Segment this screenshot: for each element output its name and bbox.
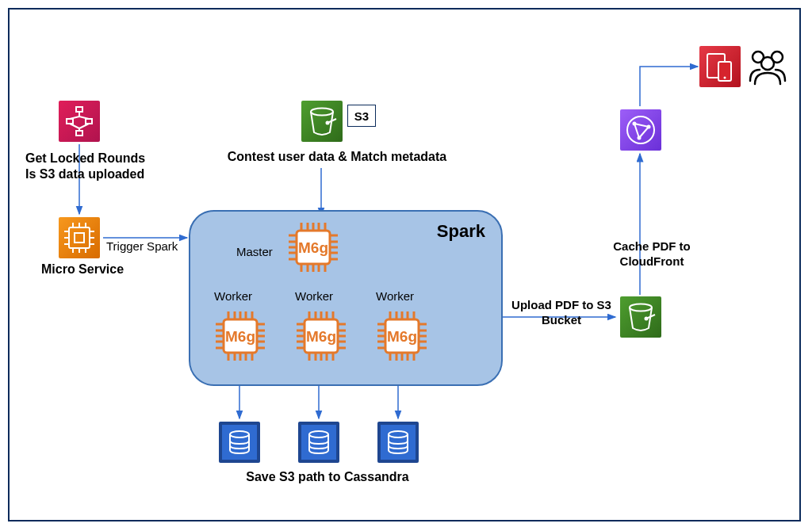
microservice-icon (59, 217, 100, 258)
master-chip-icon: M6g (285, 220, 341, 275)
worker-chip-1-icon: M6g (213, 308, 268, 364)
s3-caption: Contest user data & Match metadata (222, 149, 452, 165)
worker-label-3: Worker (376, 289, 414, 303)
svg-point-126 (627, 117, 654, 143)
worker-chip-2-icon: M6g (293, 308, 349, 364)
caption-line-1: Get Locked Rounds (25, 151, 145, 165)
s3-badge: S3 (347, 105, 376, 127)
client-devices-icon (699, 46, 741, 87)
svg-point-138 (761, 57, 774, 70)
cassandra-db-1-icon (219, 422, 260, 463)
worker-label-2: Worker (295, 289, 333, 303)
svg-line-14 (79, 117, 89, 119)
spark-container: Spark Master M6g Worker Worker Worker (189, 210, 503, 386)
diagram-frame: Get Locked Rounds Is S3 data uploaded Mi… (8, 8, 801, 521)
cassandra-caption: Save S3 path to Cassandra (236, 469, 419, 485)
caption-line-2: Is S3 data uploaded (25, 167, 144, 181)
svg-line-15 (70, 124, 79, 128)
worker-chip-3-icon: M6g (374, 308, 430, 364)
svg-line-130 (634, 124, 649, 127)
svg-line-132 (634, 124, 639, 138)
s3-source-icon (301, 101, 343, 142)
trigger-spark-label: Trigger Spark (106, 239, 178, 254)
master-label: Master (236, 245, 273, 258)
users-icon (745, 46, 790, 87)
stepfunctions-icon (59, 101, 100, 142)
cassandra-db-2-icon (298, 422, 339, 463)
svg-point-32 (311, 109, 333, 116)
svg-text:M6g: M6g (225, 328, 255, 345)
microservice-label: Micro Service (41, 262, 136, 277)
cassandra-db-3-icon (377, 422, 419, 463)
svg-text:M6g: M6g (387, 328, 417, 345)
stepfunctions-caption: Get Locked Rounds Is S3 data uploaded (25, 151, 164, 182)
svg-text:M6g: M6g (306, 328, 336, 345)
svg-text:M6g: M6g (298, 239, 328, 256)
svg-line-131 (639, 127, 649, 138)
upload-pdf-label: Upload PDF to S3 Bucket (495, 298, 628, 328)
spark-title: Spark (437, 221, 485, 242)
svg-point-135 (724, 77, 726, 79)
cloudfront-icon (620, 109, 661, 151)
svg-point-140 (309, 431, 328, 437)
svg-line-13 (70, 117, 79, 119)
svg-point-123 (630, 304, 652, 311)
svg-point-141 (389, 431, 408, 437)
worker-label-1: Worker (214, 289, 252, 303)
s3-target-icon (620, 296, 661, 338)
svg-line-16 (79, 124, 89, 128)
svg-rect-19 (75, 233, 84, 243)
svg-rect-18 (69, 227, 90, 248)
cache-label: Cache PDF to CloudFront (580, 239, 723, 269)
svg-point-139 (230, 431, 249, 437)
